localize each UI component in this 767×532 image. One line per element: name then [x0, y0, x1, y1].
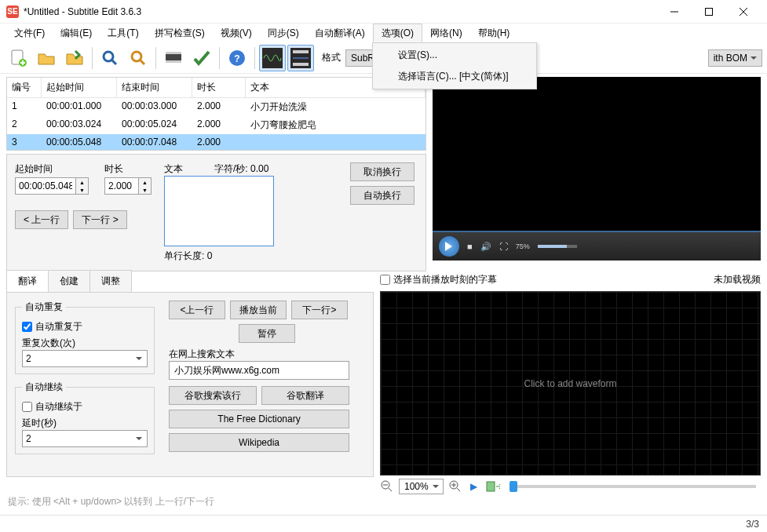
zoom-select[interactable]: 100%: [399, 479, 444, 494]
encoding-select[interactable]: ith BOM: [708, 49, 762, 67]
wikipedia-button[interactable]: Wikipedia: [169, 433, 349, 452]
google-search-button[interactable]: 谷歌搜索该行: [169, 386, 257, 405]
zoom-in-icon[interactable]: [448, 479, 462, 494]
save-file-icon[interactable]: [61, 45, 88, 71]
play-button[interactable]: [439, 236, 459, 257]
text-label: 文本: [164, 162, 183, 176]
volume-percent: 75%: [516, 242, 530, 250]
waveform-toggle-icon[interactable]: [259, 45, 286, 71]
wave-play-icon[interactable]: ▶: [467, 479, 481, 494]
col-end[interactable]: 结束时间: [117, 78, 192, 97]
duration-input[interactable]: ▲▼: [104, 177, 152, 195]
next-line-button[interactable]: 下一行 >: [73, 210, 126, 229]
line-counter: 3/3: [746, 519, 759, 530]
find-icon[interactable]: [97, 45, 123, 71]
line-length-label: 单行长度: 0: [164, 250, 342, 263]
tab-create[interactable]: 创建: [48, 270, 90, 292]
dropdown-settings[interactable]: 设置(S)...: [374, 45, 535, 66]
google-translate-button[interactable]: 谷歌翻译: [261, 386, 349, 405]
help-icon[interactable]: ?: [224, 45, 250, 71]
close-button[interactable]: [726, 1, 761, 23]
start-time-label: 起始时间: [15, 162, 89, 176]
table-row[interactable]: 2 00:00:03.024 00:00:05.024 2.000 小刀弯腰捡肥…: [7, 116, 426, 134]
col-number[interactable]: 编号: [7, 78, 42, 97]
select-current-checkbox[interactable]: 选择当前播放时刻的字幕: [380, 273, 497, 286]
prev-line-button[interactable]: < 上一行: [15, 210, 68, 229]
menu-help[interactable]: 帮助(H): [470, 24, 518, 42]
pause-button[interactable]: 暂停: [239, 324, 295, 343]
video-controls: ■ 🔊 ⛶ 75%: [433, 232, 761, 261]
menu-file[interactable]: 文件(F): [6, 24, 53, 42]
app-icon: SE: [6, 5, 19, 18]
stop-icon[interactable]: ■: [467, 242, 473, 251]
delay-select[interactable]: 2: [22, 430, 148, 447]
auto-continue-checkbox[interactable]: 自动继续于: [22, 400, 148, 414]
next-button[interactable]: 下一行>: [291, 301, 348, 319]
dropdown-language[interactable]: 选择语言(C)... [中文(简体)]: [374, 66, 535, 87]
video-not-loaded-label: 未加载视频: [714, 273, 761, 286]
volume-slider[interactable]: [538, 245, 577, 248]
auto-repeat-group: 自动重复 自动重复于 重复次数(次) 2: [15, 301, 155, 374]
status-bar: 3/3: [0, 515, 767, 532]
search-input[interactable]: 小刀娱乐网www.x6g.com: [169, 361, 349, 380]
subtitle-table[interactable]: 编号 起始时间 结束时间 时长 文本 1 00:00:01.000 00:00:…: [6, 77, 426, 151]
table-row[interactable]: 1 00:00:01.000 00:00:03.000 2.000 小刀开始洗澡: [7, 98, 426, 116]
wave-insert-icon[interactable]: [486, 479, 500, 494]
svg-text:?: ?: [234, 53, 239, 64]
svg-rect-6: [166, 52, 181, 54]
waveform-placeholder: Click to add waveform: [524, 378, 616, 389]
svg-rect-16: [487, 482, 495, 491]
tab-adjust[interactable]: 调整: [89, 270, 132, 292]
col-duration[interactable]: 时长: [192, 78, 246, 97]
subtitle-text-input[interactable]: [164, 176, 274, 246]
autobreak-button[interactable]: 自动换行: [350, 186, 415, 205]
edit-panel: 起始时间 ▲▼ 时长 ▲▼ < 上一行 下一行 > 文本 字符/秒: 0.00: [6, 154, 426, 271]
menu-network[interactable]: 网络(N): [422, 24, 470, 42]
cps-label: 字符/秒: 0.00: [214, 162, 268, 176]
format-label: 格式: [322, 51, 341, 64]
svg-rect-0: [706, 8, 713, 15]
waveform-area[interactable]: Click to add waveform: [380, 291, 761, 476]
menu-tools[interactable]: 工具(T): [100, 24, 146, 42]
menu-sync[interactable]: 同步(S): [260, 24, 307, 42]
col-start[interactable]: 起始时间: [42, 78, 117, 97]
waveform-controls: 100% ▶: [380, 476, 761, 497]
svg-rect-12: [293, 50, 309, 53]
auto-continue-group: 自动继续 自动继续于 延时(秒) 2: [15, 381, 155, 454]
open-file-icon[interactable]: [33, 45, 60, 71]
svg-rect-7: [166, 60, 181, 63]
zoom-out-icon[interactable]: [380, 479, 394, 494]
free-dictionary-button[interactable]: The Free Dictionary: [169, 410, 349, 428]
new-file-icon[interactable]: [5, 45, 31, 71]
spellcheck-icon[interactable]: [188, 45, 215, 71]
auto-repeat-checkbox[interactable]: 自动重复于: [22, 320, 148, 333]
menu-edit[interactable]: 编辑(E): [53, 24, 100, 42]
title-bar: SE *Untitled - Subtitle Edit 3.6.3: [0, 0, 767, 24]
fullscreen-icon[interactable]: ⛶: [499, 242, 508, 251]
prev-button[interactable]: <上一行: [169, 301, 225, 319]
table-row[interactable]: 3 00:00:05.048 00:00:07.048 2.000: [7, 134, 426, 150]
unbreak-button[interactable]: 取消换行: [350, 162, 415, 181]
volume-icon[interactable]: 🔊: [480, 242, 491, 252]
maximize-button[interactable]: [692, 1, 726, 23]
tab-translate[interactable]: 翻译: [6, 270, 49, 292]
video-player[interactable]: ■ 🔊 ⛶ 75%: [433, 77, 761, 261]
svg-rect-13: [293, 63, 309, 66]
menu-spellcheck[interactable]: 拼写检查(S): [147, 24, 213, 42]
bottom-tabs: 翻译 创建 调整: [6, 270, 374, 292]
play-current-button[interactable]: 播放当前: [230, 301, 287, 319]
menu-video[interactable]: 视频(V): [213, 24, 260, 42]
window-title: *Untitled - Subtitle Edit 3.6.3: [24, 6, 657, 17]
menu-autotranslate[interactable]: 自动翻译(A): [307, 24, 373, 42]
menu-options[interactable]: 选项(O): [373, 24, 422, 42]
start-time-input[interactable]: ▲▼: [15, 177, 89, 195]
waveform-position-slider[interactable]: [510, 485, 756, 488]
svg-rect-10: [262, 48, 283, 68]
minimize-button[interactable]: [657, 1, 692, 23]
video-toggle-icon[interactable]: [287, 45, 314, 71]
replace-icon[interactable]: [125, 45, 152, 71]
visual-sync-icon[interactable]: [160, 45, 187, 71]
hint-text: 提示: 使用 <Alt + up/down> 以转到 上一行/下一行: [8, 495, 214, 508]
duration-label: 时长: [104, 162, 152, 176]
repeat-count-select[interactable]: 2: [22, 350, 148, 367]
